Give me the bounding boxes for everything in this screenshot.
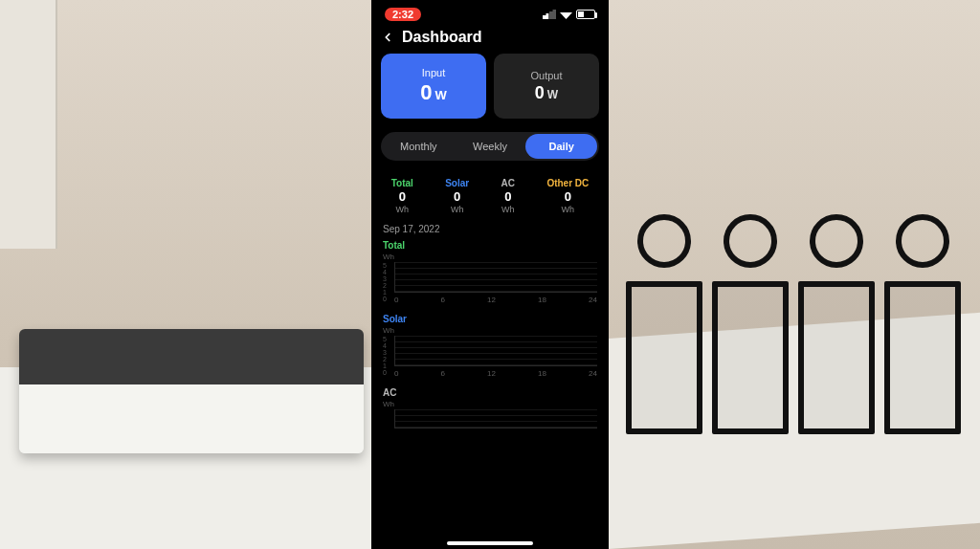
stat-solar-value: 0 <box>454 189 460 204</box>
stat-ac-label: AC <box>501 178 515 188</box>
io-cards: Input 0 W Output 0 W <box>371 54 609 119</box>
stat-ac-unit: Wh <box>501 205 515 214</box>
3d-printer <box>626 214 702 434</box>
back-button[interactable] <box>381 31 394 44</box>
background-right <box>609 0 980 549</box>
input-card-unit: W <box>434 88 446 102</box>
3d-printer <box>798 214 875 434</box>
chart-xticks: 06121824 <box>394 296 597 304</box>
chart-ylabel: Wh <box>383 253 394 261</box>
stat-ac-value: 0 <box>504 189 511 204</box>
home-indicator[interactable] <box>447 541 533 545</box>
chart-xticks: 06121824 <box>394 369 597 378</box>
chart-total-title: Total <box>383 240 597 251</box>
chart-yticks: 543210 <box>383 262 387 293</box>
stat-solar-label: Solar <box>445 178 469 188</box>
input-card[interactable]: Input 0 W <box>381 54 486 119</box>
segment-daily[interactable]: Daily <box>525 134 597 159</box>
3d-printer <box>884 214 961 434</box>
stat-other-dc: Other DC 0 Wh <box>546 178 589 214</box>
chart-solar: Solar Wh 543210 06121824 <box>371 310 609 384</box>
chart-ac-title: AC <box>383 387 597 398</box>
stat-other-dc-unit: Wh <box>562 205 575 214</box>
output-card-unit: W <box>547 88 558 101</box>
chart-ylabel: Wh <box>383 326 394 335</box>
segment-monthly[interactable]: Monthly <box>383 134 455 159</box>
stat-other-dc-value: 0 <box>565 189 571 204</box>
stat-total: Total 0 Wh <box>391 178 413 214</box>
energy-stats: Total 0 Wh Solar 0 Wh AC 0 Wh Other DC 0… <box>371 170 609 222</box>
stat-total-unit: Wh <box>396 205 410 214</box>
output-card-label: Output <box>530 70 562 81</box>
status-bar: 2:32 <box>371 0 609 25</box>
segment-weekly[interactable]: Weekly <box>455 134 526 159</box>
chart-ac: AC Wh <box>371 384 609 434</box>
chart-yticks: 543210 <box>383 336 387 366</box>
phone-screen: 2:32 Dashboard Input 0 W Output 0 W <box>371 0 609 549</box>
input-card-label: Input <box>422 67 445 78</box>
recording-time-pill[interactable]: 2:32 <box>385 8 421 21</box>
chart-ylabel: Wh <box>383 400 394 408</box>
battery-icon <box>576 10 595 19</box>
header: Dashboard <box>371 25 609 54</box>
output-card[interactable]: Output 0 W <box>494 54 599 119</box>
chart-date: Sep 17, 2022 <box>371 222 609 236</box>
cellular-signal-icon <box>543 10 556 19</box>
stat-other-dc-label: Other DC <box>546 178 589 188</box>
stat-total-label: Total <box>391 178 413 188</box>
period-segmented-control: Monthly Weekly Daily <box>381 132 599 161</box>
stat-solar: Solar 0 Wh <box>445 178 469 214</box>
chart-solar-title: Solar <box>383 314 597 324</box>
stat-ac: AC 0 Wh <box>501 178 515 214</box>
input-card-value: 0 <box>420 80 432 105</box>
output-card-value: 0 <box>535 83 545 103</box>
chart-plot-area[interactable] <box>394 409 597 428</box>
3d-printer <box>712 214 789 434</box>
wall-cabinet <box>0 0 57 249</box>
page-title: Dashboard <box>402 29 482 46</box>
wifi-icon <box>560 10 572 19</box>
chart-total: Total Wh 543210 06121824 <box>371 236 609 310</box>
chart-plot-area[interactable] <box>394 336 597 366</box>
laser-cutter-device <box>19 329 364 453</box>
chart-plot-area[interactable] <box>394 262 597 293</box>
background-left <box>0 0 371 549</box>
stat-solar-unit: Wh <box>451 205 464 214</box>
stat-total-value: 0 <box>399 189 406 204</box>
